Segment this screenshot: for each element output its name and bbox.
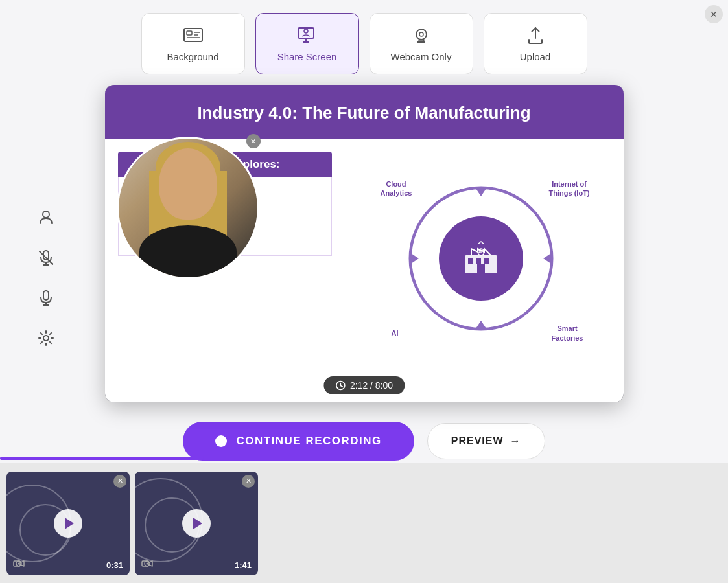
tab-upload-label: Upload (520, 51, 551, 62)
svg-point-40 (147, 562, 148, 564)
action-buttons: CONTINUE RECORDING PREVIEW → (183, 422, 545, 461)
slide-title: Industry 4.0: The Future of Manufacturin… (105, 85, 624, 139)
thumbnail-1[interactable]: ✕ 0:31 (6, 472, 130, 575)
thumb-2-play-circle (182, 509, 211, 538)
preview-button[interactable]: PREVIEW → (427, 423, 545, 459)
thumb-1-play-circle (54, 509, 82, 538)
mode-tabs: Background Share Screen Webcam Only U (0, 0, 728, 85)
tab-webcam-only[interactable]: Webcam Only (370, 13, 473, 74)
svg-rect-18 (43, 291, 49, 300)
thumbnail-2[interactable]: ✕ 1:41 (135, 472, 258, 575)
person-face (159, 148, 217, 220)
thumb-1-duration: 0:31 (106, 560, 123, 570)
svg-text:4.0: 4.0 (478, 249, 484, 254)
timer-icon (335, 380, 346, 391)
svg-point-10 (419, 32, 423, 36)
left-sidebar (36, 207, 56, 349)
person-icon[interactable] (36, 207, 56, 228)
tab-webcam-label: Webcam Only (391, 51, 452, 62)
svg-rect-25 (484, 258, 489, 264)
main-content: Industry 4.0: The Future of Manufacturin… (0, 85, 728, 461)
record-dot-icon (215, 435, 227, 447)
close-button[interactable]: ✕ (705, 5, 723, 23)
continue-recording-label: CONTINUE RECORDING (236, 435, 381, 448)
svg-rect-26 (477, 264, 485, 273)
preview-container: Industry 4.0: The Future of Manufacturin… (105, 85, 624, 402)
person-body (139, 225, 237, 277)
svg-rect-1 (187, 31, 192, 35)
tab-background[interactable]: Background (141, 13, 245, 74)
webcam-overlay (117, 137, 259, 279)
tab-background-label: Background (167, 51, 218, 62)
thumbnail-strip: ✕ 0:31 ✕ (0, 463, 728, 583)
label-smart: SmartFactories (552, 324, 583, 343)
thumbnail-1-close[interactable]: ✕ (113, 475, 126, 488)
progress-bar (0, 457, 204, 460)
microphone-icon[interactable] (36, 288, 56, 308)
tab-share-screen[interactable]: Share Screen (255, 13, 359, 74)
svg-point-8 (304, 29, 308, 33)
svg-rect-23 (468, 258, 473, 264)
mute-icon[interactable] (36, 247, 56, 268)
thumbnail-2-close[interactable]: ✕ (242, 475, 255, 488)
webcam-person (119, 139, 257, 277)
diagram-center: 4.0 (439, 216, 523, 301)
label-ai: AI (392, 328, 399, 337)
factory-icon: 4.0 (462, 239, 500, 278)
thumb-1-cam-icon (13, 559, 25, 570)
continue-recording-button[interactable]: CONTINUE RECORDING (183, 422, 414, 461)
timer-bar: 2:12 / 8:00 (323, 376, 405, 394)
svg-rect-24 (476, 258, 481, 264)
preview-label: PREVIEW (451, 435, 504, 447)
thumb-1-play (54, 509, 82, 538)
tab-share-screen-label: Share Screen (277, 51, 337, 62)
thumb-2-play (182, 509, 211, 538)
webcam-icon (411, 25, 432, 46)
thumb-2-duration: 1:41 (235, 560, 252, 570)
thumb-2-cam-icon (141, 559, 153, 570)
slide-right: 4.0 CloudAnalytics Internet ofThings (Io… (338, 139, 624, 378)
industry-diagram: 4.0 CloudAnalytics Internet ofThings (Io… (384, 168, 578, 349)
webcam-close-button[interactable]: ✕ (246, 134, 261, 148)
thumb-2-play-triangle (193, 518, 202, 529)
settings-icon[interactable] (36, 328, 56, 349)
slide-content: Industry 4.0: The Future of Manufacturin… (105, 85, 624, 402)
svg-point-21 (43, 336, 49, 341)
progress-bar-container (0, 457, 728, 460)
thumb-1-play-triangle (65, 518, 74, 529)
upload-icon (525, 25, 546, 46)
svg-point-37 (18, 562, 20, 564)
share-screen-icon (297, 25, 318, 46)
background-icon (183, 25, 204, 46)
tab-upload[interactable]: Upload (484, 13, 587, 74)
preview-arrow-icon: → (510, 435, 521, 447)
svg-point-13 (43, 211, 49, 218)
timer-display: 2:12 / 8:00 (350, 380, 393, 391)
svg-point-9 (416, 29, 427, 40)
